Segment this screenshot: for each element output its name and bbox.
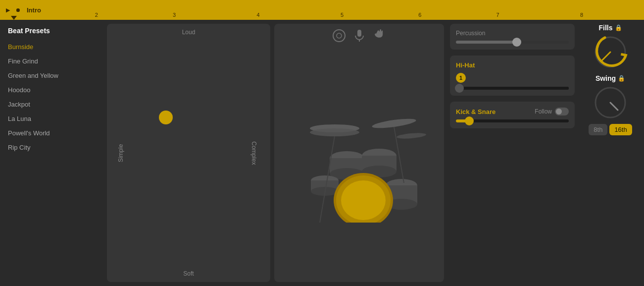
tick-6: 6: [418, 12, 421, 18]
follow-toggle[interactable]: [555, 108, 569, 115]
swing-label: Swing: [595, 74, 616, 82]
timeline-ruler[interactable]: ▶ ⏺ Intro 2 3 4 5 6 7 8: [0, 0, 644, 20]
kick-snare-label: Kick & Snare: [456, 108, 495, 115]
beat-feel-dot[interactable]: [159, 111, 173, 124]
preset-item-powells-world[interactable]: Powell's World: [4, 126, 103, 140]
drum-panel: [274, 24, 444, 282]
swing-section: Swing 🔒 8th 16th: [583, 74, 638, 135]
note-16th-button[interactable]: 16th: [609, 124, 632, 135]
hand-icon: [373, 29, 387, 45]
mic-icon: [354, 29, 365, 45]
axis-loud: Loud: [182, 29, 196, 36]
tick-7: 7: [496, 12, 499, 18]
percussion-label: Percussion: [456, 30, 569, 37]
preset-item-jackpot[interactable]: Jackpot: [4, 97, 103, 112]
tick-3: 3: [173, 12, 176, 18]
preset-item-hoodoo[interactable]: Hoodoo: [4, 83, 103, 97]
fills-header: Fills 🔒: [598, 24, 622, 32]
hihat-section: Hi-Hat 1: [450, 56, 575, 96]
swing-knob[interactable]: [593, 85, 628, 120]
axis-simple: Simple: [117, 144, 124, 162]
play-icon[interactable]: ▶: [4, 6, 12, 14]
svg-point-22: [341, 180, 386, 220]
axis-soft: Soft: [183, 270, 194, 277]
svg-point-0: [333, 30, 345, 42]
preset-list-header: Beat Presets: [4, 24, 103, 40]
controls-panel: Percussion Hi-Hat 1: [448, 24, 577, 282]
tick-4: 4: [257, 12, 260, 18]
kick-snare-slider-thumb[interactable]: [465, 116, 474, 125]
swing-lock-icon[interactable]: 🔒: [618, 75, 625, 82]
percussion-slider-thumb[interactable]: [512, 38, 521, 47]
swing-header: Swing 🔒: [595, 74, 625, 82]
axis-complex: Complex: [250, 141, 257, 165]
right-panel: Fills 🔒 Swing: [581, 24, 640, 282]
record-icon[interactable]: ⏺: [14, 6, 22, 14]
tick-5: 5: [341, 12, 344, 18]
kick-snare-section: Kick & Snare Follow: [450, 102, 575, 128]
note-buttons: 8th 16th: [589, 124, 632, 135]
svg-point-7: [396, 132, 426, 139]
preset-item-la-luna[interactable]: La Luna: [4, 112, 103, 126]
svg-rect-2: [357, 30, 361, 37]
preset-item-green-and-yellow[interactable]: Green and Yellow: [4, 68, 103, 83]
playhead[interactable]: [11, 16, 17, 20]
cymbal-icon: [332, 29, 346, 45]
kick-snare-header: Kick & Snare Follow: [456, 108, 569, 115]
drum-kit-area: [279, 49, 439, 277]
main-content: Beat Presets Burnside Fine Grind Green a…: [0, 20, 644, 286]
toggle-knob: [556, 109, 562, 114]
tick-8: 8: [580, 12, 583, 18]
hihat-slider[interactable]: [456, 87, 569, 90]
fills-knob[interactable]: [593, 35, 628, 69]
tick-2: 2: [95, 12, 98, 18]
preset-item-rip-city[interactable]: Rip City: [4, 140, 103, 155]
percussion-slider[interactable]: [456, 41, 569, 44]
hihat-badge: 1: [456, 73, 466, 83]
beat-feel-panel[interactable]: Loud Soft Simple Complex: [107, 24, 270, 282]
hihat-slider-thumb[interactable]: [455, 84, 464, 93]
svg-point-5: [310, 128, 359, 136]
kick-snare-slider[interactable]: [456, 119, 569, 122]
drum-icons: [279, 29, 439, 45]
timeline-controls: ▶ ⏺: [4, 6, 22, 14]
follow-label: Follow: [535, 108, 552, 115]
preset-item-burnside[interactable]: Burnside: [4, 40, 103, 54]
preset-list: Beat Presets Burnside Fine Grind Green a…: [4, 24, 103, 282]
ruler-ticks: 2 3 4 5 6 7 8: [41, 0, 640, 20]
timeline-section-label: Intro: [27, 6, 41, 14]
fills-lock-icon[interactable]: 🔒: [615, 24, 622, 31]
preset-item-fine-grind[interactable]: Fine Grind: [4, 54, 103, 68]
percussion-section: Percussion: [450, 24, 575, 50]
hihat-label: Hi-Hat: [456, 61, 569, 69]
drum-kit-svg: [290, 104, 429, 223]
fills-section: Fills 🔒: [583, 24, 638, 69]
fills-label: Fills: [598, 24, 612, 32]
svg-point-1: [337, 33, 342, 38]
note-8th-button[interactable]: 8th: [589, 124, 607, 135]
